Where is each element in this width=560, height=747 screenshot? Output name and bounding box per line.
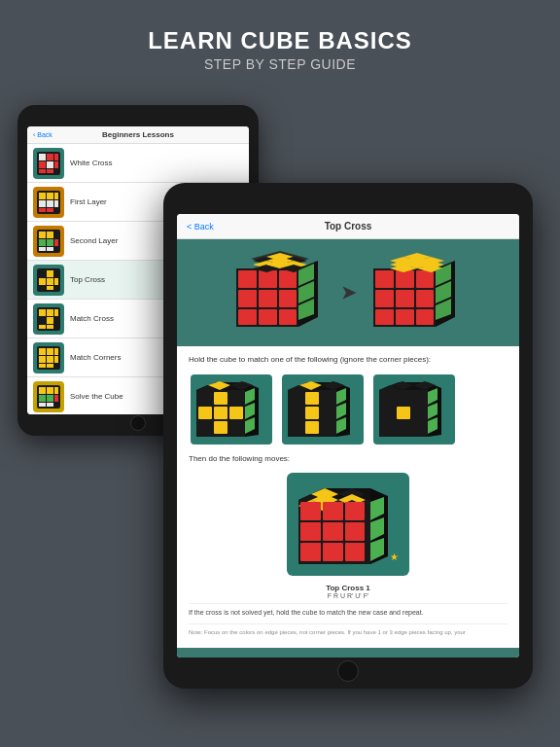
- svg-rect-59: [54, 395, 58, 402]
- cube-single: ★: [189, 471, 508, 578]
- svg-rect-122: [198, 421, 212, 434]
- ipad-back-home-button[interactable]: [130, 415, 146, 431]
- svg-rect-88: [375, 270, 394, 288]
- svg-rect-54: [39, 387, 46, 394]
- svg-rect-185: [300, 543, 321, 561]
- svg-rect-140: [321, 407, 334, 419]
- svg-rect-116: [198, 392, 212, 405]
- header-subtitle: STEP BY STEP GUIDE: [0, 56, 560, 72]
- svg-rect-17: [47, 208, 53, 212]
- svg-rect-123: [214, 421, 228, 434]
- svg-rect-7: [39, 169, 46, 173]
- ipad-front-screen: < Back Top Cross: [177, 214, 519, 658]
- svg-rect-120: [214, 407, 228, 419]
- header-area: LEARN CUBE BASICS STEP BY STEP GUIDE: [0, 0, 560, 88]
- svg-rect-37: [47, 309, 53, 316]
- svg-rect-117: [214, 392, 228, 405]
- svg-rect-3: [54, 154, 58, 160]
- svg-rect-142: [305, 421, 319, 434]
- svg-rect-24: [39, 247, 46, 251]
- svg-rect-48: [39, 356, 46, 363]
- svg-rect-90: [416, 270, 434, 288]
- svg-rect-27: [39, 270, 46, 277]
- svg-rect-61: [47, 403, 53, 407]
- svg-rect-50: [54, 356, 58, 363]
- svg-rect-157: [381, 407, 395, 419]
- ipad-front: < Back Top Cross: [163, 183, 533, 689]
- svg-rect-161: [397, 421, 410, 434]
- svg-rect-179: [300, 502, 321, 520]
- list-item-label-4: Top Cross: [70, 275, 105, 284]
- svg-rect-95: [396, 309, 414, 325]
- ipad-front-home-button[interactable]: [337, 660, 359, 682]
- svg-rect-41: [54, 317, 58, 324]
- svg-rect-56: [54, 387, 58, 394]
- svg-rect-65: [238, 270, 257, 288]
- svg-rect-135: [290, 392, 303, 405]
- bottom-text: If the cross is not solved yet, hold the…: [189, 603, 508, 622]
- svg-rect-22: [47, 239, 53, 246]
- svg-rect-51: [39, 364, 46, 368]
- svg-rect-6: [54, 161, 58, 168]
- list-item-label-3: Second Layer: [70, 236, 118, 245]
- svg-rect-15: [54, 200, 58, 207]
- list-item-label-7: Solve the Cube: [70, 392, 123, 401]
- then-text: Then do the following moves:: [189, 454, 508, 463]
- svg-rect-42: [39, 325, 46, 329]
- svg-rect-183: [323, 522, 343, 541]
- svg-rect-13: [39, 200, 46, 207]
- list-item-label-2: First Layer: [70, 197, 107, 206]
- svg-rect-136: [305, 392, 319, 405]
- svg-rect-91: [375, 290, 394, 307]
- detail-content[interactable]: ➤: [177, 239, 519, 658]
- svg-rect-16: [39, 208, 46, 212]
- list-nav-title: Beginners Lessons: [102, 130, 174, 139]
- list-back-button[interactable]: ‹ Back: [33, 131, 52, 138]
- svg-rect-187: [345, 543, 365, 561]
- svg-rect-47: [54, 348, 58, 355]
- list-item-thumb-2: [33, 187, 64, 218]
- list-item-thumb-3: [33, 226, 64, 257]
- svg-rect-154: [381, 392, 395, 405]
- svg-rect-25: [47, 247, 53, 251]
- svg-rect-143: [321, 421, 334, 434]
- svg-rect-141: [290, 421, 303, 434]
- svg-rect-23: [54, 239, 58, 246]
- svg-rect-121: [229, 407, 243, 419]
- svg-rect-184: [345, 522, 365, 541]
- content-section: Hold the cube to match one of the follow…: [177, 346, 519, 648]
- cube-comparison: ➤: [177, 239, 519, 346]
- svg-rect-20: [47, 231, 53, 238]
- cube-after: [364, 249, 471, 337]
- svg-rect-21: [39, 239, 46, 246]
- detail-back-button[interactable]: < Back: [187, 222, 214, 231]
- svg-rect-2: [47, 154, 53, 160]
- svg-rect-66: [259, 270, 277, 288]
- svg-rect-12: [54, 193, 58, 199]
- cube-option-2: [280, 373, 366, 446]
- note-text: Note: Focus on the colors on edge pieces…: [189, 623, 508, 640]
- svg-rect-58: [47, 395, 53, 402]
- svg-rect-180: [323, 502, 343, 520]
- svg-rect-14: [47, 200, 53, 207]
- list-item[interactable]: White Cross: [27, 144, 249, 183]
- svg-rect-162: [412, 421, 426, 434]
- svg-rect-46: [47, 348, 53, 355]
- header-title: LEARN CUBE BASICS: [0, 27, 560, 54]
- svg-rect-89: [396, 270, 414, 288]
- svg-rect-5: [47, 161, 53, 168]
- list-nav-bar: ‹ Back Beginners Lessons: [27, 126, 249, 144]
- list-item-label-6: Match Corners: [70, 353, 121, 362]
- svg-rect-33: [39, 286, 46, 290]
- detail-nav-title: Top Cross: [325, 221, 372, 231]
- cube-option-1: [189, 373, 274, 446]
- svg-rect-4: [39, 161, 46, 168]
- svg-rect-158: [397, 407, 410, 419]
- svg-rect-71: [238, 309, 257, 325]
- svg-rect-182: [300, 522, 321, 541]
- list-item-thumb-1: [33, 148, 64, 179]
- svg-rect-137: [321, 392, 334, 405]
- svg-rect-138: [290, 407, 303, 419]
- svg-rect-32: [54, 278, 58, 285]
- svg-rect-31: [47, 278, 53, 285]
